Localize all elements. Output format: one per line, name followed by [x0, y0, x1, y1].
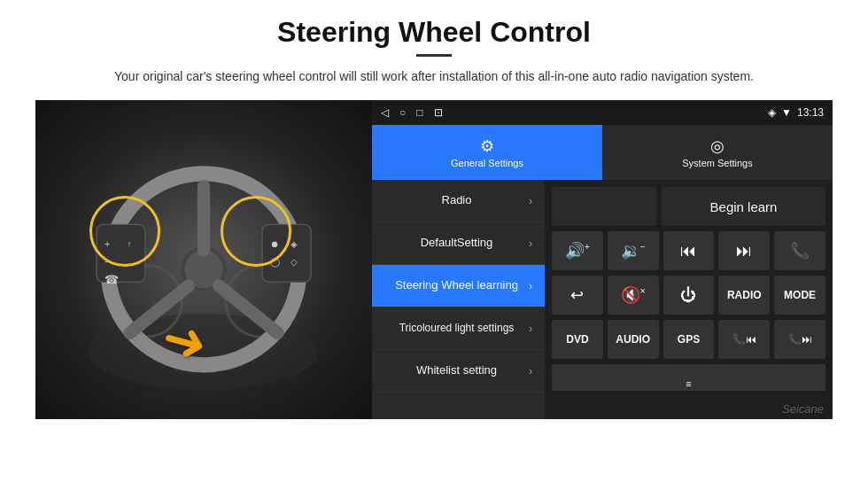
- chevron-icon-steering: ›: [529, 280, 532, 292]
- spacer: [552, 187, 656, 226]
- volume-up-icon: 🔊+: [565, 241, 590, 261]
- tab-system[interactable]: ◎ System Settings: [602, 125, 833, 180]
- next-track-button[interactable]: ⏭: [718, 231, 770, 270]
- android-ui: ◁ ○ □ ⊡ ◈ ▼ 13:13 ⚙ General Settings: [372, 100, 833, 419]
- menu-tricoloured-label: Tricoloured light settings: [384, 322, 529, 336]
- svg-text:◈: ◈: [291, 239, 298, 249]
- partial-row: ≡: [552, 364, 825, 391]
- volume-up-button[interactable]: 🔊+: [552, 231, 603, 270]
- tel-prev-button[interactable]: 📞⏮: [718, 320, 770, 359]
- begin-learn-row: Begin learn: [552, 187, 825, 226]
- mode-button[interactable]: MODE: [774, 276, 825, 315]
- home-icon: ○: [399, 106, 406, 119]
- nav-tabs: ⚙ General Settings ◎ System Settings: [372, 125, 833, 180]
- gps-status-icon: ◈: [768, 106, 776, 119]
- left-menu: Radio › DefaultSetting › Steering Wheel …: [372, 180, 545, 419]
- signal-icon: ▼: [781, 106, 792, 119]
- menu-icon: ⊡: [434, 106, 443, 119]
- prev-track-button[interactable]: ⏮: [663, 231, 715, 270]
- phone-icon: 📞: [790, 241, 810, 261]
- partial-icon-button[interactable]: ≡: [552, 364, 825, 391]
- tel-prev-icon: 📞⏮: [732, 333, 756, 346]
- clock: 13:13: [797, 106, 824, 119]
- tel-next-icon: 📞⏭: [788, 333, 812, 346]
- general-settings-label: General Settings: [451, 158, 523, 168]
- hangup-button[interactable]: ↩: [552, 276, 603, 315]
- status-bar-right: ◈ ▼ 13:13: [768, 106, 824, 119]
- next-track-icon: ⏭: [736, 242, 752, 261]
- chevron-icon-default: ›: [529, 237, 532, 250]
- radio-mode-button[interactable]: RADIO: [718, 276, 770, 315]
- chevron-icon-tricoloured: ›: [529, 323, 532, 335]
- back-icon: ◁: [381, 106, 389, 119]
- menu-item-tricoloured[interactable]: Tricoloured light settings ›: [372, 307, 545, 350]
- partial-icon: ≡: [686, 378, 691, 389]
- menu-whitelist-label: Whitelist setting: [384, 363, 529, 378]
- gps-button[interactable]: GPS: [663, 320, 715, 359]
- power-icon: ⏻: [680, 286, 696, 305]
- system-settings-icon: ◎: [710, 136, 725, 156]
- system-settings-label: System Settings: [682, 158, 752, 168]
- phone-answer-button[interactable]: 📞: [774, 231, 825, 270]
- volume-down-button[interactable]: 🔉−: [608, 231, 659, 270]
- chevron-icon-whitelist: ›: [529, 365, 532, 377]
- recents-icon: □: [416, 106, 422, 119]
- volume-down-icon: 🔉−: [621, 241, 646, 261]
- menu-item-default[interactable]: DefaultSetting ›: [372, 222, 545, 265]
- page-wrapper: Steering Wheel Control Your original car…: [0, 0, 868, 498]
- audio-button[interactable]: AUDIO: [608, 320, 659, 359]
- prev-track-icon: ⏮: [680, 242, 696, 261]
- general-settings-icon: ⚙: [480, 136, 494, 156]
- car-image-area: + ↑ − ☎ ⏺ ◈ ◯ ◇ ➜: [35, 100, 372, 419]
- tab-general[interactable]: ⚙ General Settings: [372, 125, 602, 180]
- watermark: Seicane: [782, 402, 824, 416]
- status-bar-left: ◁ ○ □ ⊡: [381, 106, 443, 119]
- begin-learn-button[interactable]: Begin learn: [662, 187, 825, 226]
- steering-wheel-svg: + ↑ − ☎ ⏺ ◈ ◯ ◇: [69, 148, 338, 403]
- menu-item-radio[interactable]: Radio ›: [372, 180, 545, 222]
- car-background: + ↑ − ☎ ⏺ ◈ ◯ ◇ ➜: [35, 100, 372, 419]
- menu-default-label: DefaultSetting: [384, 236, 529, 251]
- right-panel: Begin learn 🔊+ 🔉− ⏮: [545, 180, 833, 419]
- mute-button[interactable]: 🔇×: [608, 276, 659, 315]
- menu-steering-label: Steering Wheel learning: [384, 278, 529, 293]
- status-bar: ◁ ○ □ ⊡ ◈ ▼ 13:13: [372, 100, 833, 125]
- button-row-1: 🔊+ 🔉− ⏮ ⏭ 📞: [552, 231, 825, 270]
- svg-text:◇: ◇: [291, 257, 298, 267]
- button-row-2: ↩ 🔇× ⏻ RADIO MODE: [552, 276, 825, 315]
- power-button[interactable]: ⏻: [663, 276, 715, 315]
- button-row-3: DVD AUDIO GPS 📞⏮ 📞⏭: [552, 320, 825, 359]
- content-area: + ↑ − ☎ ⏺ ◈ ◯ ◇ ➜: [35, 100, 833, 419]
- hangup-icon: ↩: [570, 285, 584, 305]
- highlight-circle-right: [221, 196, 291, 267]
- title-divider: [416, 54, 452, 57]
- menu-item-whitelist[interactable]: Whitelist setting ›: [372, 350, 545, 393]
- page-subtitle: Your original car's steering wheel contr…: [114, 67, 754, 86]
- tel-next-button[interactable]: 📞⏭: [774, 320, 825, 359]
- page-title: Steering Wheel Control: [277, 16, 591, 49]
- highlight-circle-left: [89, 196, 160, 267]
- mute-icon: 🔇×: [621, 285, 646, 305]
- main-content: Radio › DefaultSetting › Steering Wheel …: [372, 180, 833, 419]
- dvd-button[interactable]: DVD: [552, 320, 603, 359]
- svg-text:☎: ☎: [105, 273, 119, 286]
- chevron-icon-radio: ›: [529, 195, 532, 207]
- menu-item-steering[interactable]: Steering Wheel learning ›: [372, 265, 545, 307]
- menu-radio-label: Radio: [384, 193, 529, 208]
